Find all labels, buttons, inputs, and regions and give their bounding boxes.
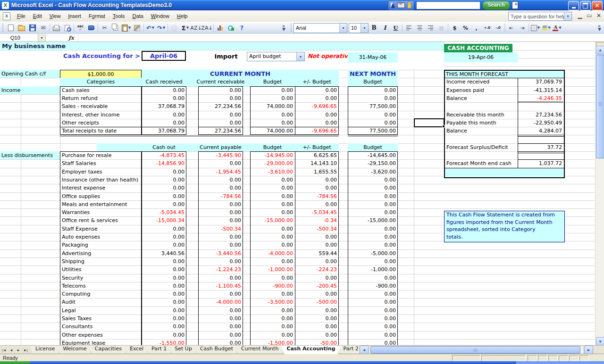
- drawing-button[interactable]: [226, 23, 236, 33]
- workbook-restore-button[interactable]: ▭: [586, 12, 593, 19]
- menu-edit[interactable]: Edit: [29, 12, 46, 20]
- workbook-minimize-button[interactable]: ▁: [577, 12, 583, 19]
- scroll-down-icon[interactable]: ▼: [596, 337, 604, 346]
- toolbar-grip[interactable]: [1, 24, 4, 32]
- spelling-button[interactable]: ABC: [75, 23, 86, 33]
- horizontal-scroll-track[interactable]: [369, 346, 584, 354]
- menu-help[interactable]: Help: [173, 12, 192, 20]
- start-button[interactable]: [0, 361, 30, 364]
- font-color-button[interactable]: A▼: [552, 23, 562, 33]
- font-size-combo[interactable]: 10▼: [349, 23, 369, 33]
- workbook-close-button[interactable]: ✕: [596, 12, 602, 19]
- underline-button[interactable]: U: [390, 23, 401, 33]
- mail-icon[interactable]: [397, 2, 405, 8]
- print-preview-button[interactable]: [62, 23, 73, 33]
- horizontal-scrollbar[interactable]: ◄ ►: [359, 346, 594, 354]
- decrease-indent-button[interactable]: ⇤: [506, 23, 517, 33]
- toolbar-grip[interactable]: [290, 24, 292, 32]
- tab-capacities[interactable]: Capacities: [89, 346, 127, 354]
- vertical-scroll-thumb[interactable]: [596, 55, 604, 158]
- menu-window[interactable]: Window: [147, 12, 173, 20]
- sort-ascending-button[interactable]: AZ↓: [191, 23, 201, 33]
- paste-button[interactable]: ▼: [121, 23, 132, 33]
- aim-icon[interactable]: [391, 3, 395, 8]
- tab-cash-budget[interactable]: Cash Budget: [194, 346, 239, 354]
- tab-part-2[interactable]: Part 2: [338, 346, 359, 354]
- undo-button[interactable]: ↶▼: [145, 23, 156, 33]
- scroll-up-icon[interactable]: ▲: [596, 46, 604, 54]
- align-center-button[interactable]: [414, 23, 425, 33]
- name-box[interactable]: Q10 ▼: [0, 34, 46, 41]
- help-question-box[interactable]: Type a question for help ▼: [508, 12, 572, 21]
- minimize-button[interactable]: [568, 1, 579, 10]
- formula-input[interactable]: [78, 34, 604, 41]
- tab-excel[interactable]: Excel: [124, 346, 149, 354]
- save-button[interactable]: [27, 23, 38, 33]
- chevron-down-icon[interactable]: ▼: [38, 34, 45, 41]
- menu-file[interactable]: File: [13, 12, 29, 20]
- print-button[interactable]: [51, 23, 62, 33]
- opening-cash-value[interactable]: $1,000.00: [60, 70, 142, 78]
- scroll-right-icon[interactable]: ►: [584, 346, 593, 354]
- align-left-button[interactable]: [403, 23, 414, 33]
- chevron-down-icon[interactable]: ▼: [296, 52, 304, 61]
- menu-view[interactable]: View: [46, 12, 65, 20]
- chart-wizard-button[interactable]: [215, 23, 226, 33]
- help-button[interactable]: ?: [236, 23, 247, 33]
- new-document-button[interactable]: [5, 23, 16, 33]
- increase-indent-button[interactable]: ⇥: [517, 23, 528, 33]
- autosum-button[interactable]: Σ▼: [180, 23, 191, 33]
- currency-button[interactable]: $: [449, 23, 460, 33]
- sort-descending-button[interactable]: ZA↓: [201, 23, 212, 33]
- tab-part-1[interactable]: Part 1: [146, 346, 172, 354]
- tab-license[interactable]: License: [30, 346, 60, 354]
- menu-insert[interactable]: Insert: [64, 12, 85, 20]
- chevron-down-icon[interactable]: ▼: [564, 12, 571, 20]
- comma-button[interactable]: ,: [471, 23, 482, 33]
- menu-data[interactable]: Data: [128, 12, 147, 20]
- insert-function-icon[interactable]: ƒx: [65, 34, 78, 41]
- decrease-decimal-button[interactable]: -.0: [493, 23, 503, 33]
- vertical-scrollbar[interactable]: ▲ ▼: [595, 42, 604, 345]
- next-sheet-icon[interactable]: ►: [15, 347, 22, 353]
- restore-button[interactable]: [580, 1, 591, 10]
- fill-handle[interactable]: [442, 125, 445, 128]
- tab-cash-accounting[interactable]: Cash Accounting: [281, 346, 341, 354]
- worksheet-grid[interactable]: My business nameCash Accounting for >Apr…: [0, 42, 596, 345]
- hyperlink-button[interactable]: [169, 23, 180, 33]
- borders-button[interactable]: ▼: [530, 23, 541, 33]
- tab-current-month[interactable]: Current Month: [235, 346, 284, 354]
- import-dropdown[interactable]: April budget▼: [247, 52, 305, 61]
- open-button[interactable]: [16, 23, 27, 33]
- search-button[interactable]: Search: [482, 1, 510, 10]
- increase-decimal-button[interactable]: +.0: [482, 23, 493, 33]
- horizontal-scroll-thumb[interactable]: [370, 346, 580, 354]
- messenger-icon[interactable]: [407, 2, 411, 8]
- period-value[interactable]: April-06: [142, 51, 186, 60]
- previous-sheet-icon[interactable]: ◄: [8, 347, 15, 353]
- menu-format[interactable]: Format: [85, 12, 109, 20]
- cut-button[interactable]: ✂: [99, 23, 110, 33]
- toolbar-options-icon[interactable]: »▼: [596, 23, 603, 33]
- copy-button[interactable]: [110, 23, 121, 33]
- mail-button[interactable]: ✉: [38, 23, 49, 33]
- format-painter-button[interactable]: [132, 23, 143, 33]
- tab-set-up[interactable]: Set Up: [169, 346, 198, 354]
- font-combo[interactable]: Arial▼: [294, 23, 347, 33]
- menu-tools[interactable]: Tools: [109, 12, 129, 20]
- research-button[interactable]: [86, 23, 97, 33]
- toolbar-options-icon[interactable]: »▼: [280, 23, 287, 33]
- merge-center-button[interactable]: ▦: [436, 23, 447, 33]
- search-input[interactable]: [416, 1, 480, 9]
- last-sheet-icon[interactable]: ►|: [22, 347, 29, 353]
- first-sheet-icon[interactable]: |◄: [1, 347, 8, 353]
- selected-cell[interactable]: [414, 118, 445, 127]
- sidepane-icon[interactable]: [512, 1, 518, 9]
- italic-button[interactable]: I: [379, 23, 390, 33]
- align-right-button[interactable]: [425, 23, 436, 33]
- chevron-down-icon[interactable]: ▼: [339, 24, 347, 33]
- bold-button[interactable]: B: [369, 23, 379, 33]
- percent-button[interactable]: %: [460, 23, 471, 33]
- chevron-down-icon[interactable]: ▼: [361, 24, 368, 33]
- close-button[interactable]: ✕: [592, 1, 603, 10]
